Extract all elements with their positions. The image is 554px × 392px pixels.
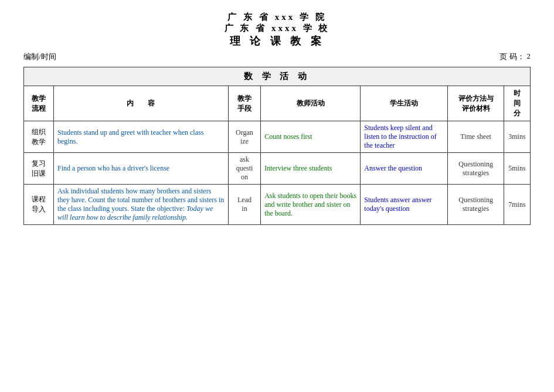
lesson-plan-table: 数 学 活 动 教学流程 内 容 教学手段 教师活动 学生活动 评价方法与评价材… <box>23 67 531 225</box>
content-cell-2: Find a person who has a driver's license <box>54 153 229 185</box>
page-header: 广 东 省 xxx 学 院 广 东 省 xxxx 学 校 理 论 课 教 案 <box>23 12 531 48</box>
eval-cell-3: Questioning strategies <box>448 185 504 225</box>
col-method: 教学手段 <box>228 86 260 121</box>
flow-cell-3: 课程导入 <box>24 185 54 225</box>
table-row: 组织教学 Students stand up and greet with te… <box>24 121 531 153</box>
teacher-cell-2: Interview three students <box>261 153 361 185</box>
flow-cell-1: 组织教学 <box>24 121 54 153</box>
flow-cell-2: 复习旧课 <box>24 153 54 185</box>
time-cell-3: 7mins <box>504 185 530 225</box>
col-teacher: 教师活动 <box>261 86 361 121</box>
meta-row: 编制/时间 页 码： 2 <box>23 52 531 62</box>
method-cell-3: Leadin <box>228 185 260 225</box>
table-row: 课程导入 Ask individual students how many br… <box>24 185 531 225</box>
content-cell-1: Students stand up and greet with teacher… <box>54 121 229 153</box>
eval-cell-1: Time sheet <box>448 121 504 153</box>
page-code: 页 码： 2 <box>499 52 531 62</box>
student-cell-3: Students answer answer today's question <box>361 185 448 225</box>
title-line2: 广 东 省 xxxx 学 校 <box>23 23 531 34</box>
col-time: 时间分 <box>504 86 530 121</box>
teacher-cell-1: Count noses first <box>261 121 361 153</box>
time-cell-2: 5mins <box>504 153 530 185</box>
col-content: 内 容 <box>54 86 229 121</box>
col-flow: 教学流程 <box>24 86 54 121</box>
col-eval: 评价方法与评价材料 <box>448 86 504 121</box>
section-header: 数 学 活 动 <box>24 67 531 86</box>
code-label: 码： <box>509 52 525 62</box>
meta-left: 编制/时间 <box>23 52 56 62</box>
page-label: 页 <box>499 52 507 62</box>
teacher-cell-3: Ask students to open their books and wri… <box>261 185 361 225</box>
student-cell-2: Answer the question <box>361 153 448 185</box>
title-line1: 广 东 省 xxx 学 院 <box>23 12 531 23</box>
table-row: 复习旧课 Find a person who has a driver's li… <box>24 153 531 185</box>
content-cell-3: Ask individual students how many brother… <box>54 185 229 225</box>
col-student: 学生活动 <box>361 86 448 121</box>
method-cell-1: Organize <box>228 121 260 153</box>
student-cell-1: Students keep silent and listen to the i… <box>361 121 448 153</box>
time-cell-1: 3mins <box>504 121 530 153</box>
eval-cell-2: Questioning strategies <box>448 153 504 185</box>
page-number: 2 <box>527 52 531 62</box>
title-line3: 理 论 课 教 案 <box>23 34 531 48</box>
method-cell-2: askquestion <box>228 153 260 185</box>
